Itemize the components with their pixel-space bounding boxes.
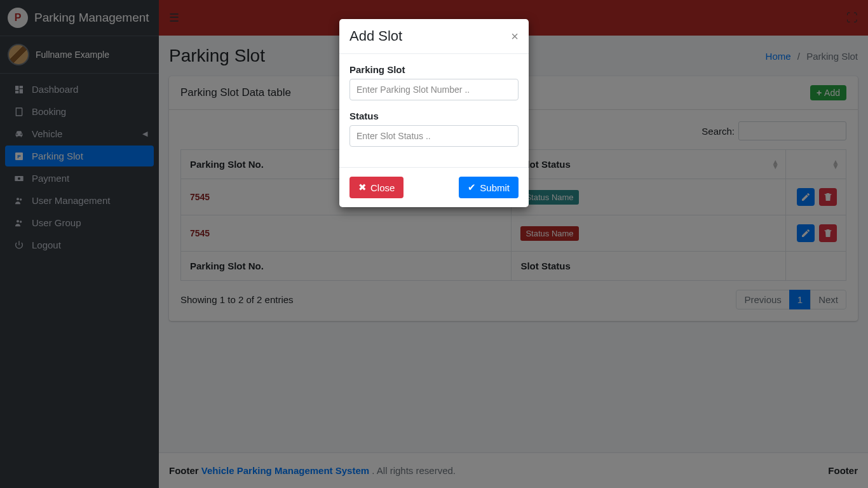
status-label: Status <box>349 111 519 121</box>
times-icon: ✖ <box>358 182 367 193</box>
submit-button[interactable]: ✔ Submit <box>459 177 519 198</box>
close-button-label: Close <box>370 182 395 193</box>
modal-title: Add Slot <box>349 28 402 44</box>
modal-footer: ✖ Close ✔ Submit <box>339 167 529 207</box>
close-icon[interactable]: × <box>511 30 519 43</box>
parking-slot-label: Parking Slot <box>349 64 519 75</box>
modal-header: Add Slot × <box>339 19 529 54</box>
status-input[interactable] <box>349 125 519 147</box>
modal-body: Parking Slot Status <box>339 54 529 167</box>
parking-slot-input[interactable] <box>349 79 519 100</box>
submit-button-label: Submit <box>480 182 510 193</box>
add-slot-modal: Add Slot × Parking Slot Status ✖ Close ✔… <box>339 19 529 207</box>
close-button[interactable]: ✖ Close <box>349 177 403 198</box>
check-icon: ✔ <box>468 182 476 193</box>
